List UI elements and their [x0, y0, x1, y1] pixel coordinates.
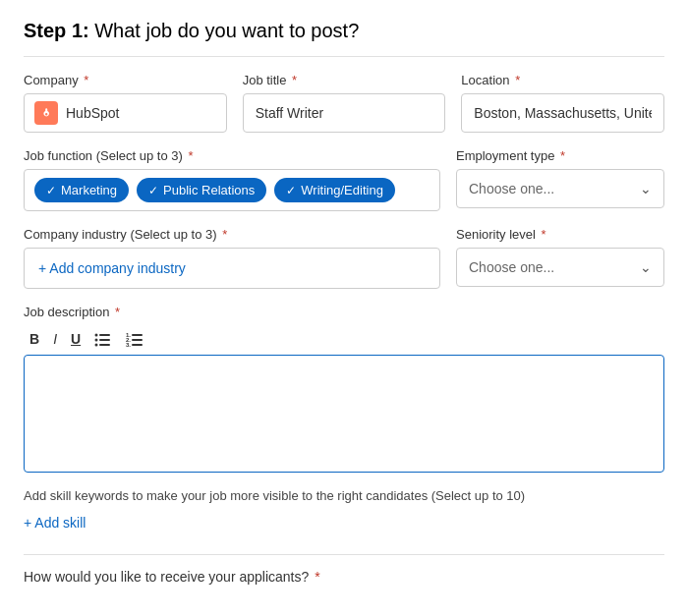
- job-title-group: Job title *: [243, 73, 446, 133]
- hubspot-logo: [34, 101, 58, 125]
- employment-type-group: Employment type * Choose one... ⌄: [456, 148, 664, 211]
- location-group: Location *: [461, 73, 664, 133]
- underline-button[interactable]: U: [67, 329, 85, 349]
- svg-point-2: [95, 339, 98, 342]
- tag-public-relations[interactable]: ✓ Public Relations: [137, 178, 266, 202]
- italic-button[interactable]: I: [49, 329, 61, 349]
- seniority-level-group: Seniority level * Choose one... ⌄: [456, 227, 664, 289]
- employment-type-placeholder: Choose one...: [469, 181, 554, 196]
- formatting-toolbar: B I U 1. 2. 3.: [24, 325, 664, 355]
- skills-hint: Add skill keywords to make your job more…: [24, 488, 664, 503]
- job-function-tags[interactable]: ✓ Marketing ✓ Public Relations ✓ Writing…: [24, 169, 440, 211]
- employment-type-chevron: ⌄: [640, 181, 652, 196]
- employment-type-select[interactable]: Choose one... ⌄: [456, 169, 664, 208]
- location-label: Location *: [461, 73, 664, 87]
- svg-point-4: [95, 344, 98, 347]
- bold-button[interactable]: B: [26, 329, 43, 349]
- svg-text:3.: 3.: [126, 342, 131, 347]
- svg-rect-11: [132, 344, 143, 346]
- company-name-text: HubSpot: [66, 105, 119, 121]
- tag-public-relations-label: Public Relations: [163, 183, 255, 197]
- job-title-input[interactable]: [243, 93, 446, 133]
- applicants-label: How would you like to receive your appli…: [24, 569, 320, 585]
- add-industry-container[interactable]: + Add company industry: [24, 248, 440, 289]
- add-industry-link[interactable]: + Add company industry: [38, 256, 186, 280]
- company-industry-group: Company industry (Select up to 3) * + Ad…: [24, 227, 440, 289]
- job-function-group: Job function (Select up to 3) * ✓ Market…: [24, 148, 440, 211]
- tag-marketing-check: ✓: [46, 184, 56, 197]
- page-title: Step 1: What job do you want to post?: [24, 20, 664, 57]
- company-label: Company *: [24, 73, 227, 87]
- job-description-input[interactable]: [24, 355, 664, 473]
- job-title-required: *: [292, 73, 297, 87]
- numbered-list-button[interactable]: 1. 2. 3.: [122, 329, 147, 349]
- tag-marketing-label: Marketing: [61, 183, 117, 197]
- job-description-label: Job description *: [24, 305, 664, 319]
- svg-rect-1: [99, 334, 110, 336]
- company-industry-label: Company industry (Select up to 3) *: [24, 227, 440, 242]
- employment-type-label: Employment type *: [456, 148, 664, 163]
- tag-writing-editing-label: Writing/Editing: [301, 183, 383, 197]
- skills-section: Add skill keywords to make your job more…: [24, 488, 664, 534]
- tag-writing-editing[interactable]: ✓ Writing/Editing: [274, 178, 395, 202]
- job-function-required: *: [189, 148, 194, 163]
- company-input[interactable]: HubSpot: [24, 93, 227, 133]
- svg-rect-3: [99, 339, 110, 341]
- tag-writing-editing-check: ✓: [286, 184, 296, 197]
- job-title-label: Job title *: [243, 73, 446, 87]
- location-required: *: [515, 73, 520, 87]
- bullet-list-button[interactable]: [90, 329, 116, 349]
- company-required: *: [84, 73, 88, 87]
- section-divider: [24, 554, 664, 555]
- add-skill-link[interactable]: + Add skill: [24, 511, 664, 534]
- job-description-section: Job description * B I U 1. 2. 3.: [24, 305, 664, 473]
- svg-rect-9: [132, 339, 143, 341]
- seniority-level-label: Seniority level *: [456, 227, 664, 242]
- tag-marketing[interactable]: ✓ Marketing: [34, 178, 129, 202]
- tag-public-relations-check: ✓: [148, 184, 158, 197]
- seniority-level-required: *: [542, 227, 546, 242]
- seniority-level-select[interactable]: Choose one... ⌄: [456, 248, 664, 287]
- svg-rect-5: [99, 344, 110, 346]
- svg-point-0: [95, 334, 98, 337]
- company-group: Company * HubSpot: [24, 73, 227, 133]
- seniority-level-chevron: ⌄: [640, 259, 652, 275]
- job-description-required: *: [115, 305, 120, 319]
- location-input[interactable]: [461, 93, 664, 133]
- svg-rect-7: [132, 334, 143, 336]
- applicants-required: *: [315, 569, 319, 585]
- employment-type-required: *: [560, 148, 565, 163]
- job-function-label: Job function (Select up to 3) *: [24, 148, 440, 163]
- company-industry-required: *: [222, 227, 227, 242]
- seniority-level-placeholder: Choose one...: [469, 259, 554, 275]
- applicants-section: How would you like to receive your appli…: [24, 569, 664, 585]
